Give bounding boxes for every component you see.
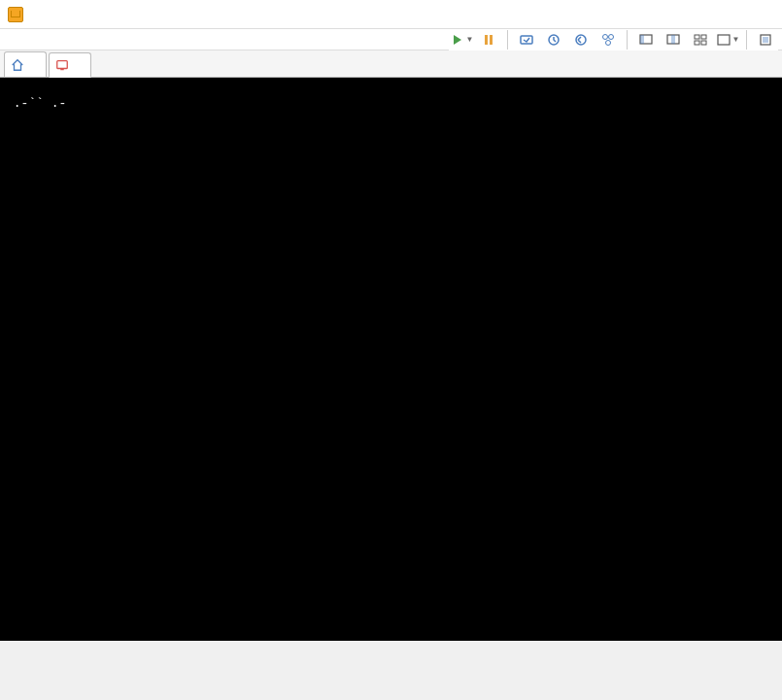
menu-tabs[interactable] <box>66 38 82 42</box>
quick-switch-button[interactable] <box>661 28 686 51</box>
svg-rect-10 <box>640 35 644 44</box>
app-icon <box>8 7 23 22</box>
minimize-button[interactable] <box>640 0 685 29</box>
thumbnail-button[interactable] <box>753 28 778 51</box>
svg-rect-19 <box>763 37 768 43</box>
svg-point-8 <box>606 40 611 45</box>
svg-rect-13 <box>695 35 699 39</box>
menu-view[interactable] <box>35 38 51 42</box>
tabbar <box>0 50 782 78</box>
fullscreen-button[interactable]: ▼ <box>715 28 740 51</box>
pause-button[interactable] <box>476 28 501 51</box>
svg-rect-16 <box>701 41 706 45</box>
titlebar <box>0 0 782 29</box>
svg-rect-15 <box>695 41 699 45</box>
svg-point-7 <box>609 34 614 39</box>
close-button[interactable] <box>730 0 774 29</box>
snapshot-button[interactable] <box>541 28 566 51</box>
svg-rect-2 <box>490 35 493 45</box>
svg-marker-0 <box>454 35 461 45</box>
menu-vm[interactable] <box>51 38 66 42</box>
send-button[interactable] <box>514 28 539 51</box>
svg-point-5 <box>576 35 586 45</box>
svg-point-6 <box>603 34 608 39</box>
vm-icon <box>55 58 69 72</box>
unity-button[interactable] <box>688 28 713 51</box>
menu-edit[interactable] <box>19 38 35 42</box>
tab-home[interactable] <box>4 51 47 77</box>
terminal[interactable]: .-`` .- <box>0 78 782 641</box>
maximize-button[interactable] <box>685 0 730 29</box>
snapshot-revert-button[interactable] <box>568 28 594 51</box>
home-icon <box>11 58 24 72</box>
svg-rect-14 <box>701 35 706 39</box>
menu-help[interactable] <box>89 38 105 42</box>
svg-rect-17 <box>718 35 730 45</box>
snapshot-manager-button[interactable] <box>595 28 621 51</box>
toggle-view-button[interactable] <box>633 28 659 51</box>
play-button[interactable]: ▼ <box>449 28 474 51</box>
svg-rect-1 <box>485 35 488 45</box>
menu-file[interactable] <box>4 38 19 42</box>
tab-vm[interactable] <box>49 52 91 78</box>
svg-rect-12 <box>671 35 675 44</box>
svg-rect-20 <box>57 61 68 69</box>
menubar: ▼ ▼ <box>0 29 782 50</box>
svg-rect-21 <box>60 69 64 71</box>
